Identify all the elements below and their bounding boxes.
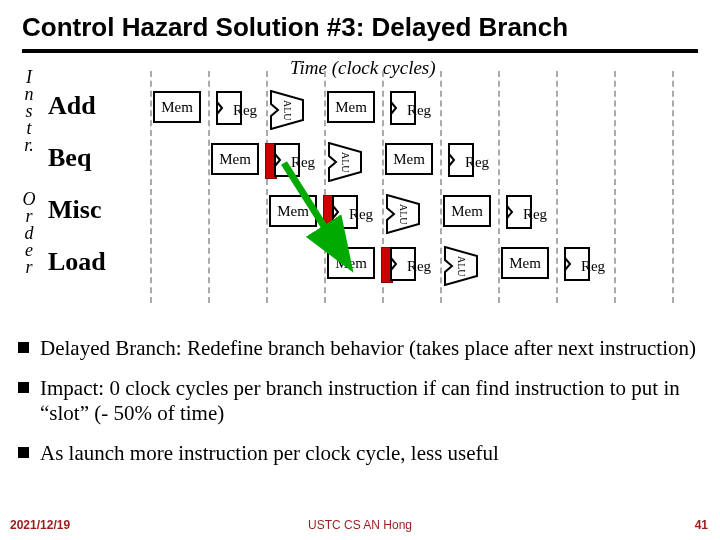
title-rule	[22, 49, 698, 53]
stage-mem: Mem	[327, 91, 375, 123]
stage-mem: Mem	[501, 247, 549, 279]
stage-reg: Reg	[506, 195, 564, 233]
bullet-item: Impact: 0 clock cycles per branch instru…	[18, 376, 706, 427]
stage-alu: ALU	[444, 246, 478, 286]
instr-misc: Misc	[48, 195, 101, 225]
bullet-item: As launch more instruction per clock cyc…	[18, 441, 706, 467]
stage-reg: Reg	[390, 91, 448, 129]
stage-alu: ALU	[386, 194, 420, 234]
stage-mem: Mem	[211, 143, 259, 175]
instr-add: Add	[48, 91, 96, 121]
stage-mem: Mem	[443, 195, 491, 227]
instr-label: I n s t r.	[22, 69, 36, 154]
pipeline-diagram: I n s t r. O r d e r Add Beq Misc Load T…	[20, 61, 696, 321]
stage-mem: Mem	[153, 91, 201, 123]
page-title: Control Hazard Solution #3: Delayed Bran…	[22, 12, 698, 43]
slide: Control Hazard Solution #3: Delayed Bran…	[0, 0, 720, 540]
stage-reg: Reg	[564, 247, 622, 285]
bullet-list: Delayed Branch: Redefine branch behavior…	[18, 336, 706, 466]
branch-arrow-icon	[274, 157, 374, 277]
instr-load: Load	[48, 247, 106, 277]
order-label: O r d e r	[22, 191, 36, 276]
stage-reg: Reg	[390, 247, 448, 285]
stage-reg: Reg	[216, 91, 274, 129]
bullet-item: Delayed Branch: Redefine branch behavior…	[18, 336, 706, 362]
stage-alu: ALU	[270, 90, 304, 130]
instr-beq: Beq	[48, 143, 91, 173]
footer-course: USTC CS AN Hong	[308, 518, 412, 532]
stage-reg: Reg	[448, 143, 506, 181]
stage-mem: Mem	[385, 143, 433, 175]
footer-date: 2021/12/19	[10, 518, 70, 532]
footer-page: 41	[695, 518, 708, 532]
